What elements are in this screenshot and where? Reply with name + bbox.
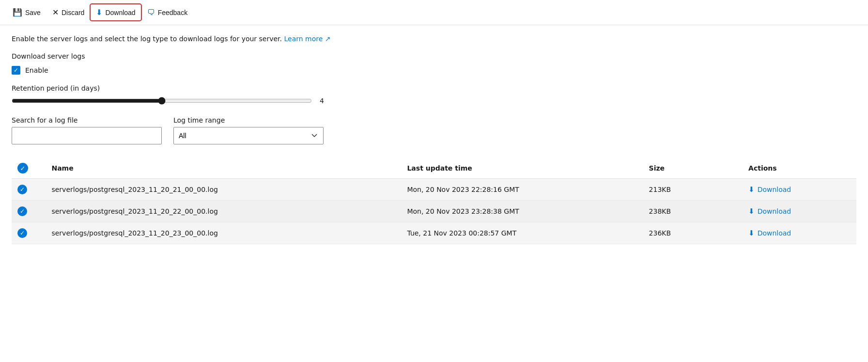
slider-row: 4 — [12, 97, 856, 105]
log-time-group: Log time range All Last hour Last 24 hou… — [173, 116, 324, 144]
retention-label: Retention period (in days) — [12, 84, 856, 92]
row-name: serverlogs/postgresql_2023_11_20_21_00_0… — [46, 179, 401, 201]
row-download-link[interactable]: ⬇ Download — [748, 185, 791, 194]
row-size: 236KB — [643, 222, 743, 244]
row-actions: ⬇ Download — [743, 201, 856, 222]
row-checkbox-cell[interactable]: ✓ — [12, 179, 46, 201]
discard-button[interactable]: ✕ Discard — [47, 5, 89, 20]
section-title: Download server logs — [12, 52, 856, 60]
row-size: 213KB — [643, 179, 743, 201]
discard-label: Discard — [62, 9, 84, 16]
row-download-label: Download — [758, 186, 791, 193]
column-header-time: Last update time — [401, 158, 643, 179]
select-all-header[interactable]: ✓ — [12, 158, 46, 179]
log-files-table: ✓ Name Last update time Size Actions ✓ s… — [12, 158, 856, 244]
content-area: Enable the server logs and select the lo… — [0, 25, 868, 254]
row-checkmark-icon: ✓ — [20, 208, 25, 215]
search-group: Search for a log file — [12, 116, 162, 144]
row-download-icon: ⬇ — [748, 185, 755, 194]
row-name: serverlogs/postgresql_2023_11_20_23_00_0… — [46, 222, 401, 244]
enable-label: Enable — [25, 66, 48, 74]
row-last-update: Mon, 20 Nov 2023 23:28:38 GMT — [401, 201, 643, 222]
retention-slider[interactable] — [12, 97, 312, 105]
save-label: Save — [25, 9, 41, 16]
download-label: Download — [105, 9, 135, 16]
feedback-label: Feedback — [158, 9, 187, 16]
row-download-link[interactable]: ⬇ Download — [748, 229, 791, 237]
header-checkmark: ✓ — [20, 165, 26, 172]
enable-checkbox[interactable]: ✓ — [12, 66, 20, 75]
enable-checkbox-row: ✓ Enable — [12, 66, 856, 75]
column-header-size: Size — [643, 158, 743, 179]
row-size: 238KB — [643, 201, 743, 222]
row-download-link[interactable]: ⬇ Download — [748, 207, 791, 216]
row-download-label: Download — [758, 229, 791, 237]
discard-icon: ✕ — [52, 8, 59, 17]
table-row: ✓ serverlogs/postgresql_2023_11_20_22_00… — [12, 201, 856, 222]
save-button[interactable]: 💾 Save — [8, 5, 46, 20]
row-name: serverlogs/postgresql_2023_11_20_22_00_0… — [46, 201, 401, 222]
row-checkmark-icon: ✓ — [20, 186, 25, 193]
select-all-checkbox[interactable]: ✓ — [17, 163, 28, 173]
search-label: Search for a log file — [12, 116, 162, 124]
download-button[interactable]: ⬇ Download — [91, 5, 140, 20]
retention-section: Retention period (in days) 4 — [12, 84, 856, 105]
download-icon: ⬇ — [96, 8, 102, 17]
filter-row: Search for a log file Log time range All… — [12, 116, 856, 144]
row-select-checkbox[interactable]: ✓ — [17, 228, 27, 238]
toolbar: 💾 Save ✕ Discard ⬇ Download 🗨 Feedback — [0, 0, 868, 25]
retention-value: 4 — [320, 97, 329, 105]
row-download-icon: ⬇ — [748, 229, 755, 237]
row-download-label: Download — [758, 207, 791, 215]
row-actions: ⬇ Download — [743, 222, 856, 244]
learn-more-link[interactable]: Learn more ↗ — [284, 35, 331, 43]
description-text: Enable the server logs and select the lo… — [12, 35, 856, 43]
row-checkbox-cell[interactable]: ✓ — [12, 222, 46, 244]
row-last-update: Mon, 20 Nov 2023 22:28:16 GMT — [401, 179, 643, 201]
row-last-update: Tue, 21 Nov 2023 00:28:57 GMT — [401, 222, 643, 244]
log-time-select[interactable]: All Last hour Last 24 hours Last 7 days — [173, 127, 324, 144]
table-row: ✓ serverlogs/postgresql_2023_11_20_23_00… — [12, 222, 856, 244]
table-row: ✓ serverlogs/postgresql_2023_11_20_21_00… — [12, 179, 856, 201]
row-checkmark-icon: ✓ — [20, 230, 25, 236]
row-actions: ⬇ Download — [743, 179, 856, 201]
row-checkbox-cell[interactable]: ✓ — [12, 201, 46, 222]
search-input[interactable] — [12, 127, 162, 144]
column-header-actions: Actions — [743, 158, 856, 179]
row-select-checkbox[interactable]: ✓ — [17, 206, 27, 216]
column-header-name: Name — [46, 158, 401, 179]
table-header-row: ✓ Name Last update time Size Actions — [12, 158, 856, 179]
save-icon: 💾 — [13, 8, 22, 17]
feedback-button[interactable]: 🗨 Feedback — [142, 5, 192, 20]
external-link-icon: ↗ — [325, 35, 331, 43]
row-download-icon: ⬇ — [748, 207, 755, 216]
row-select-checkbox[interactable]: ✓ — [17, 185, 27, 194]
log-time-label: Log time range — [173, 116, 324, 124]
feedback-icon: 🗨 — [147, 8, 155, 17]
checkmark-icon: ✓ — [14, 67, 18, 73]
